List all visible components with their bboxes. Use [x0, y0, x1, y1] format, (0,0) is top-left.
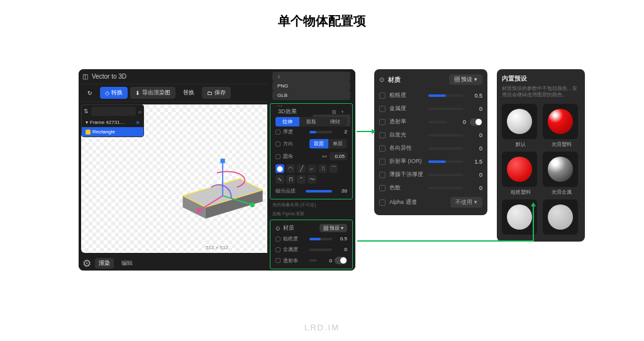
checkbox-thickness[interactable]	[275, 130, 280, 135]
seg-rotate: 绕转	[323, 117, 347, 126]
metalness-slider-mini[interactable]	[309, 249, 332, 251]
subdiv-slider[interactable]	[306, 190, 332, 193]
layer-item-rectangle[interactable]: Rectangle	[82, 127, 143, 137]
preset-button[interactable]: ▦ 预设 ▾	[449, 74, 482, 85]
preset-item-1[interactable]: 光滑塑料	[543, 104, 580, 148]
radius-input[interactable]: 0.05	[330, 152, 347, 160]
bevel-4[interactable]: ⌐	[308, 164, 316, 173]
chk-ior[interactable]	[379, 159, 386, 165]
chk-alpha[interactable]	[379, 199, 386, 206]
roughness-slider-mini[interactable]	[309, 238, 332, 240]
bevel-8[interactable]: ⊓	[286, 175, 295, 184]
ior-slider[interactable]	[428, 160, 464, 163]
section-3d-effect: 3D效果 ⧉+ 拉伸 膨胀 绕转 厚度 2 方向 双面 单面 圆角 ⚯	[270, 103, 353, 199]
reload-icon[interactable]: ↻	[82, 88, 97, 98]
presets-title: 内置预设	[502, 75, 527, 82]
bevel-5[interactable]: ⎍	[318, 164, 327, 173]
dispersion-slider[interactable]	[428, 187, 464, 189]
preset-button-mini[interactable]: ▦ 预设 ▾	[319, 224, 347, 232]
copy-icon[interactable]: ⧉	[332, 109, 338, 115]
bevel-6[interactable]: ⌒	[329, 164, 338, 173]
metalness-slider[interactable]	[428, 108, 464, 110]
download-button[interactable]: ↓	[272, 72, 350, 81]
direction-segment[interactable]: 双面 单面	[309, 139, 347, 148]
preset-item-4[interactable]	[502, 199, 539, 237]
emissive-slider[interactable]	[428, 134, 464, 137]
format-glb[interactable]: GLB	[272, 91, 350, 100]
transmission-slider-mini[interactable]	[309, 259, 317, 262]
anisotropy-slider[interactable]	[428, 147, 464, 150]
tab-render[interactable]: 渲染	[95, 258, 114, 269]
presets-panel: 内置预设 材质预设的参数中不包括颜色，应用后会继续使用图层的颜色。 默认光滑塑料…	[497, 69, 585, 242]
export-render-button[interactable]: ⬇导出渲染图	[130, 87, 175, 99]
replace-button[interactable]: 替换	[178, 87, 199, 99]
chk-emissive[interactable]	[379, 132, 386, 138]
chk-anisotropy[interactable]	[379, 145, 386, 152]
watermark: LRD.IM	[304, 323, 340, 332]
chk-metalness-mini[interactable]	[275, 247, 280, 252]
material-panel: ⊙ 材质 ▦ 预设 ▾ 粗糙度0.5 金属度0 透射率0 自发光0 各向异性0 …	[374, 69, 487, 215]
save-button[interactable]: 🗀保存	[202, 87, 231, 99]
bevel-9[interactable]: ⌃	[297, 175, 306, 184]
cube-icon: ◫	[82, 73, 88, 80]
arrow-to-presets	[357, 238, 546, 284]
tab-edit[interactable]: 编辑	[118, 258, 136, 269]
canvas-size: 512 × 512	[206, 245, 228, 250]
visibility-icon[interactable]: ◈	[136, 120, 140, 125]
inspector: ↓ PNG GLB … ⊕ 全局 ◎ 选中物体 3D效果 ⧉+ 拉伸 膨胀 绕转…	[267, 69, 355, 271]
preset-item-2[interactable]: 粗糙塑料	[502, 152, 539, 196]
chk-roughness[interactable]	[379, 92, 386, 99]
app-title: Vector to 3D	[92, 73, 126, 80]
chk-thinfilm[interactable]	[379, 172, 386, 178]
chk-dispersion[interactable]	[379, 185, 386, 191]
svg-rect-4	[220, 159, 225, 163]
thinfilm-slider[interactable]	[428, 174, 464, 176]
section-material-mini: ⊙ 材质 ▦ 预设 ▾ 粗糙度 0.5 金属度 0 透射率 0	[270, 220, 353, 269]
checkbox-direction[interactable]	[275, 142, 280, 147]
transmission-toggle-mini[interactable]	[335, 257, 347, 264]
material-icon: ⊙	[379, 76, 384, 83]
material-icon: ⊙	[275, 225, 280, 232]
arrow-to-material	[357, 126, 375, 137]
checkbox-radius[interactable]	[275, 154, 280, 159]
preset-item-5[interactable]	[543, 199, 580, 237]
chevron-down-icon: ▾	[86, 120, 88, 125]
layer-item-frame[interactable]: ▾ Frame 42731… ◈	[82, 118, 143, 127]
preset-grid: 默认光滑塑料粗糙塑料光滑金属	[502, 104, 580, 237]
search-icon[interactable]: ⌕	[138, 108, 142, 115]
search-input[interactable]	[91, 107, 136, 116]
note-stack: 关闭堆叠布局 (不可逆)	[267, 201, 355, 210]
transmission-toggle[interactable]	[470, 118, 482, 126]
thickness-slider[interactable]	[309, 131, 332, 133]
bevel-1[interactable]: ⬤	[275, 164, 284, 173]
page-title: 单个物体配置项	[0, 0, 644, 36]
chk-transmission[interactable]	[379, 119, 386, 125]
seg-extrude: 拉伸	[275, 117, 299, 126]
alpha-dropdown[interactable]: 不使用 ▾	[450, 197, 482, 208]
chk-roughness-mini[interactable]	[275, 237, 280, 242]
transmission-slider[interactable]	[428, 121, 447, 123]
chk-metalness[interactable]	[379, 106, 386, 112]
effect-segment[interactable]: 拉伸 膨胀 绕转	[275, 117, 347, 126]
gear-icon[interactable]: ⚙	[82, 257, 91, 269]
bevel-profile-icons: ⬤ ◠ ╱ ⌐ ⎍ ⌒ ∿ ⊓ ⌃ 〜	[275, 162, 347, 186]
svg-point-8	[196, 208, 201, 213]
svg-point-6	[250, 203, 255, 207]
format-png[interactable]: PNG	[272, 81, 350, 91]
seg-inflate: 膨胀	[299, 117, 323, 126]
bevel-2[interactable]: ◠	[286, 164, 295, 173]
bevel-3[interactable]: ╱	[297, 164, 306, 173]
layer-panel: ⇅ ⌕ ▾ Frame 42731… ◈ Rectangle	[81, 104, 144, 137]
note-figma: 忽略 Figma 渐新	[267, 210, 355, 218]
preset-item-3[interactable]: 光滑金属	[543, 152, 580, 196]
roughness-slider[interactable]	[428, 94, 464, 97]
preset-item-0[interactable]: 默认	[502, 104, 539, 148]
bevel-7[interactable]: ∿	[275, 175, 284, 184]
convert-button[interactable]: ◇转换	[100, 87, 128, 99]
plus-icon[interactable]: +	[341, 109, 347, 115]
bevel-10[interactable]: 〜	[308, 175, 316, 184]
link-icon[interactable]: ⚯	[322, 154, 327, 160]
chk-transmission-mini[interactable]	[275, 258, 280, 263]
reorder-icon[interactable]: ⇅	[84, 108, 89, 115]
presets-desc: 材质预设的参数中不包括颜色，应用后会继续使用图层的颜色。	[502, 86, 580, 99]
